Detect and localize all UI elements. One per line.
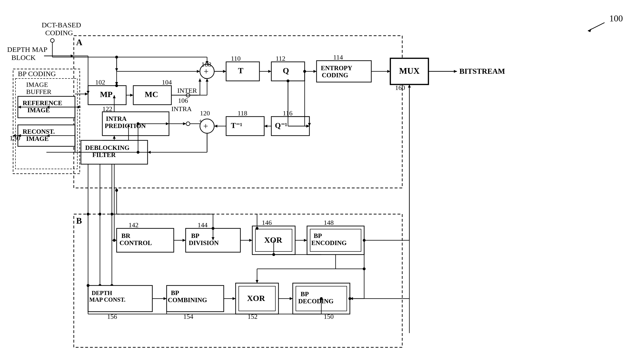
br-control-label: BR [121,232,131,239]
svg-marker-123 [115,68,118,71]
svg-marker-46 [183,122,186,125]
mux-label: MUX [399,66,420,76]
xor-bottom-label: XOR [247,294,265,302]
label-112: 112 [276,55,285,62]
svg-marker-62 [113,136,116,139]
diagram-container: 100 A B BP CODING IMAGE BUFFER REFERENCE… [0,0,640,364]
node-490-360 [115,84,118,87]
t-inv-label: T⁻¹ [231,121,242,130]
node-deblock-b [113,239,116,242]
svg-marker-50 [148,151,151,154]
bp-combining-label: BP [171,289,179,296]
svg-marker-115 [78,106,81,108]
svg-marker-75 [183,239,186,242]
label-102: 102 [95,78,105,86]
bp-division-label2: DIVISION [189,239,219,246]
reconst-image-label: RECONST. [23,128,55,135]
bitstream-label: BITSTREAM [459,67,505,76]
bp-division-label: BP [191,232,199,239]
bp-encoding-label: BP [314,232,322,239]
depth-map-block-label2: BLOCK [12,54,36,62]
svg-marker-34 [214,125,217,128]
svg-marker-86 [233,297,236,300]
dct-based-coding-label2: CODING [45,29,73,37]
section-a-label: A [76,38,82,47]
svg-marker-88 [290,297,293,300]
plus-sign-top: + [204,66,209,76]
intra-prediction-label: INTRA [106,115,127,122]
reference-image-label2: IMAGE [27,106,50,114]
svg-marker-77 [249,239,252,242]
reference-image-label: REFERENCE [23,100,62,106]
intra-node [186,122,190,126]
bp-combining-label2: COMBINING [168,296,207,304]
svg-marker-84 [164,297,167,300]
image-buffer-label2: BUFFER [26,88,52,96]
label-150: 150 [324,313,334,320]
svg-marker-11 [130,94,133,96]
svg-marker-130 [223,70,226,73]
t-label: T [238,66,244,75]
reconst-image-label2: IMAGE [26,135,49,142]
entropy-coding-label: ENTROPY [321,64,352,72]
node-v1 [87,213,90,216]
node-xor-top2 [256,227,258,230]
inter-label: INTER [177,87,197,94]
bp-decoding-label: BP [301,290,309,298]
dct-coding-node [51,38,54,42]
label-148: 148 [324,219,334,226]
q-inv-label: Q⁻¹ [275,121,287,130]
node-bp-decoding-feedback [320,297,323,300]
label-106: 106 [178,97,188,104]
plus-sign-bottom: + [203,121,208,131]
figure-number: 100 [609,13,623,23]
depth-map-const-label: DEPTH [92,290,112,296]
node-v2 [99,213,101,216]
intra-label: INTRA [171,105,192,112]
bp-coding-label: BP CODING [18,70,56,78]
node-xor-feedback [272,253,275,256]
svg-marker-25 [313,70,317,73]
svg-marker-125 [197,70,200,73]
label-104: 104 [162,78,172,86]
svg-marker-68 [85,92,88,96]
br-control-label2: CONTROL [120,239,152,246]
entropy-coding-label2: CODING [322,72,348,79]
label-120: 120 [200,110,210,117]
label-110: 110 [231,55,241,62]
bp-encoding-label2: ENCODING [311,239,347,246]
svg-marker-32 [264,125,267,128]
label-160: 160 [395,84,405,91]
label-142: 142 [129,221,139,229]
intra-prediction-label2: PREDICTION [105,122,146,130]
mp-label: MP [100,90,113,99]
svg-marker-93 [256,280,258,283]
label-144: 144 [198,221,208,229]
label-118: 118 [238,110,247,117]
q-label: Q [283,66,289,75]
svg-marker-79 [304,239,307,242]
dct-based-coding-label: DCT-BASED [42,21,81,29]
mc-label: MC [145,90,158,99]
svg-marker-23 [268,70,271,73]
section-b-label: B [76,216,82,226]
xor-top-label: XOR [264,236,282,244]
label-146: 146 [262,219,272,226]
label-114: 114 [333,54,343,61]
svg-marker-128 [199,78,201,82]
node-v-bottom1 [87,284,90,287]
image-buffer-label: IMAGE [26,81,48,88]
depth-map-const-label2: MAP CONST. [89,296,126,303]
svg-marker-29 [454,70,457,73]
depth-map-block-label: DEPTH MAP [7,46,47,53]
deblocking-filter-label: DEBLOCKING [85,144,130,151]
node-q-out [303,70,306,73]
label-116: 116 [283,110,293,117]
label-122: 122 [102,105,112,112]
bp-decoding-label2: DECODING [298,298,334,305]
